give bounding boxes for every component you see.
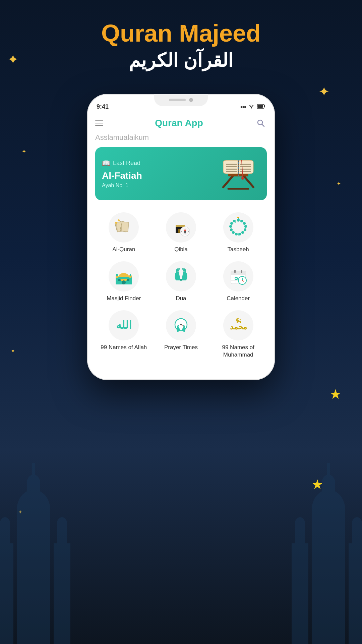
svg-text:الله: الله [116,319,132,331]
svg-point-77 [230,222,233,225]
svg-point-61 [184,231,186,232]
feature-masjid-finder[interactable]: Masjid Finder [95,259,153,305]
feature-prayer-times[interactable]: Prayer Times [153,308,210,361]
muhammad-label: 99 Names of Muhammad [211,344,265,359]
last-read-label: 📖 Last Read [102,159,142,167]
svg-rect-25 [257,105,263,108]
svg-line-28 [223,175,233,187]
svg-rect-86 [116,274,118,276]
svg-point-10 [57,517,67,529]
svg-line-29 [243,175,253,187]
search-button[interactable] [255,117,267,129]
tasbeeh-label: Tasbeeh [228,246,249,253]
greeting-text: Asslamualaikum [95,133,267,142]
notch-speaker [169,99,186,101]
svg-point-67 [240,220,243,222]
qibla-label: Qibla [174,246,188,253]
svg-point-53 [118,219,120,221]
app-content: Quran App Asslamualaikum 📖 Last Read [87,112,275,361]
svg-point-22 [251,107,252,108]
svg-point-78 [233,220,236,222]
quran-book-illustration [217,155,260,192]
allah-icon: الله [114,315,134,335]
last-read-surah: Al-Fatiah [102,170,142,181]
svg-point-71 [241,231,244,234]
signal-icon: ▪▪▪ [240,104,246,110]
dua-icon-circle [166,261,196,291]
tasbeeh-icon [229,217,248,237]
feature-calender[interactable]: Calender [209,259,267,305]
status-time: 9:41 [97,103,109,110]
feature-tasbeeh[interactable]: Tasbeeh [209,210,267,256]
last-read-info: 📖 Last Read Al-Fatiah Ayah No: 1 [102,159,142,189]
svg-point-68 [243,222,246,225]
svg-rect-17 [349,543,362,644]
dua-label: Dua [176,295,186,302]
svg-rect-15 [327,463,330,483]
phone-mockup: 9:41 ▪▪▪ [87,94,275,380]
app-title: Quran App [155,118,203,128]
app-title-english: Quran Majeed [0,20,362,47]
svg-point-8 [0,517,10,529]
battery-icon [257,104,265,110]
calender-icon-circle [223,261,253,291]
svg-rect-55 [176,225,185,227]
al-quran-icon [114,219,133,236]
svg-point-73 [235,233,238,235]
feature-99-names-muhammad[interactable]: محمد ﷺ 99 Names of Muhammad [209,308,267,361]
feature-al-quran[interactable]: Al-Quran [95,210,153,256]
wifi-icon [248,104,255,110]
feature-dua[interactable]: Dua [153,259,210,305]
al-quran-label: Al-Quran [112,246,135,253]
svg-point-80 [237,217,239,218]
muhammad-icon-circle: محمد ﷺ [223,310,253,340]
svg-point-21 [352,517,362,529]
svg-point-46 [241,176,244,180]
svg-rect-24 [264,105,265,107]
svg-text:محمد: محمد [230,323,247,331]
svg-rect-83 [118,277,129,279]
svg-point-70 [244,228,246,231]
svg-point-19 [295,517,305,529]
svg-point-69 [244,225,247,228]
last-read-card[interactable]: 📖 Last Read Al-Fatiah Ayah No: 1 [95,147,267,200]
svg-point-72 [238,233,241,235]
app-title-arabic: القرآن الكريم [0,49,362,71]
svg-point-113 [180,324,182,325]
qibla-icon [171,217,191,237]
prayer-times-icon-circle [166,310,196,340]
allah-icon-circle: الله [109,310,139,340]
svg-rect-51 [121,222,129,232]
prayer-times-icon [171,315,191,335]
svg-rect-96 [231,273,246,275]
feature-99-names-allah[interactable]: الله 99 Names of Allah [95,308,153,361]
hamburger-menu-button[interactable] [95,120,103,126]
phone-notch [154,94,208,106]
svg-rect-6 [54,543,70,644]
prayer-times-label: Prayer Times [164,344,198,351]
features-grid: Al-Quran [95,210,267,361]
svg-rect-97 [234,270,236,273]
svg-text:ﷺ: ﷺ [236,318,241,324]
notch-camera [189,98,193,102]
svg-rect-92 [127,279,129,281]
dua-icon [171,266,191,286]
allah-label: 99 Names of Allah [101,344,147,351]
feature-qibla[interactable]: Qibla [153,210,210,256]
svg-point-74 [232,231,235,234]
svg-rect-16 [292,543,308,644]
masjid-finder-label: Masjid Finder [107,295,141,302]
masjid-finder-icon [114,266,134,286]
svg-rect-91 [118,279,121,281]
mosque-left-silhouette [0,409,77,644]
book-icon: 📖 [102,159,110,167]
svg-point-75 [230,228,233,231]
tasbeeh-icon-circle [223,212,253,243]
calender-icon [228,266,248,286]
app-topbar: Quran App [95,112,267,132]
status-icons: ▪▪▪ [240,104,265,110]
svg-rect-89 [130,274,131,276]
calender-label: Calender [227,295,250,302]
svg-rect-90 [122,280,126,284]
masjid-finder-icon-circle [109,261,139,291]
